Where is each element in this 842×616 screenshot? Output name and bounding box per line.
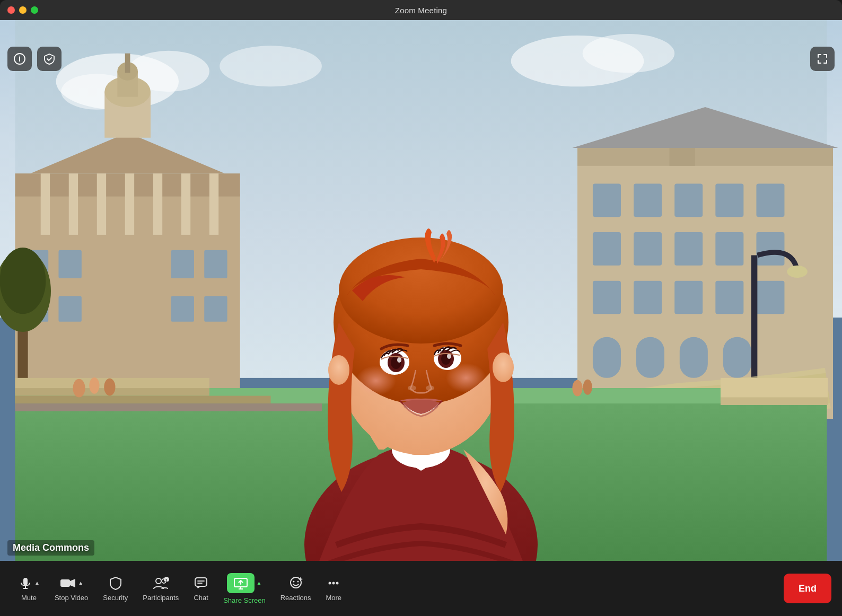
svg-rect-23 [58, 250, 81, 278]
svg-rect-50 [674, 281, 703, 314]
reactions-icon [288, 576, 304, 591]
fullscreen-button[interactable] [810, 47, 835, 71]
svg-rect-42 [756, 184, 784, 217]
mute-label: Mute [21, 594, 37, 602]
svg-rect-45 [674, 232, 703, 266]
toolbar-item-mute[interactable]: ▲ Mute [11, 567, 47, 610]
svg-text:i: i [19, 55, 21, 63]
svg-rect-41 [715, 184, 743, 217]
svg-rect-17 [97, 173, 106, 235]
top-left-controls: i [7, 47, 62, 71]
stop-video-icon [59, 576, 76, 591]
svg-rect-103 [60, 579, 70, 587]
toolbar-item-security[interactable]: Security [95, 567, 135, 610]
svg-point-120 [332, 582, 335, 584]
svg-point-121 [336, 582, 339, 584]
svg-point-93 [426, 385, 434, 391]
toolbar-item-share-screen[interactable]: ▲ Share Screen [216, 567, 273, 610]
svg-rect-27 [58, 296, 81, 322]
share-arrow[interactable]: ▲ [256, 580, 261, 586]
toolbar-item-participants[interactable]: 1 Participants [135, 567, 186, 610]
svg-point-87 [397, 357, 401, 363]
info-button[interactable]: i [7, 47, 32, 71]
video-area: i Media Commons [0, 20, 842, 561]
svg-rect-55 [680, 337, 708, 378]
svg-point-115 [293, 580, 294, 582]
svg-rect-18 [125, 173, 134, 235]
share-screen-icon-bg [227, 573, 255, 593]
svg-rect-19 [153, 173, 162, 235]
svg-rect-52 [756, 281, 784, 314]
toolbar-items: ▲ Mute ▲ Stop Video [11, 567, 784, 610]
svg-rect-39 [634, 184, 662, 217]
svg-rect-108 [195, 578, 207, 586]
svg-point-104 [156, 578, 161, 584]
stop-video-label: Stop Video [55, 594, 88, 602]
svg-point-91 [447, 354, 451, 359]
svg-rect-29 [204, 296, 227, 322]
toolbar-item-more[interactable]: More [318, 567, 349, 610]
svg-rect-51 [715, 281, 743, 314]
svg-rect-20 [181, 173, 190, 235]
traffic-lights [7, 6, 38, 14]
more-label: More [326, 594, 341, 602]
top-right-controls [810, 47, 835, 71]
svg-rect-56 [723, 337, 751, 378]
svg-rect-28 [171, 296, 194, 322]
window-title: Zoom Meeting [395, 6, 447, 15]
svg-point-97 [493, 353, 514, 382]
security-label: Security [103, 594, 128, 602]
share-screen-label: Share Screen [223, 596, 266, 604]
svg-point-94 [356, 366, 396, 395]
svg-point-67 [73, 379, 85, 398]
svg-rect-46 [715, 232, 743, 266]
svg-rect-49 [634, 281, 662, 314]
svg-rect-40 [674, 184, 703, 217]
svg-point-95 [446, 363, 486, 393]
chat-label: Chat [194, 594, 208, 602]
toolbar: ▲ Mute ▲ Stop Video [0, 561, 842, 616]
reactions-label: Reactions [280, 594, 311, 602]
svg-point-6 [220, 46, 322, 86]
shield-button[interactable] [37, 47, 62, 71]
svg-rect-66 [721, 397, 828, 404]
svg-rect-54 [636, 337, 664, 378]
title-bar: Zoom Meeting [0, 0, 842, 20]
svg-point-92 [408, 385, 416, 391]
mute-icon [18, 576, 33, 591]
svg-rect-14 [125, 54, 130, 73]
maximize-button[interactable] [31, 6, 38, 14]
svg-rect-21 [209, 173, 218, 235]
close-button[interactable] [7, 6, 15, 14]
svg-rect-44 [634, 232, 662, 266]
svg-rect-16 [69, 173, 78, 235]
minimize-button[interactable] [19, 6, 27, 14]
mute-arrow[interactable]: ▲ [34, 580, 40, 586]
participants-icon: 1 [152, 576, 169, 591]
avatar-character [241, 110, 601, 561]
svg-point-58 [787, 266, 808, 278]
svg-point-32 [0, 248, 46, 314]
toolbar-item-chat[interactable]: Chat [186, 567, 216, 610]
end-meeting-button[interactable]: End [784, 574, 831, 603]
svg-rect-63 [15, 396, 271, 403]
svg-point-96 [328, 355, 349, 385]
chat-icon [194, 576, 208, 591]
video-arrow[interactable]: ▲ [78, 580, 83, 586]
svg-rect-34 [577, 148, 833, 166]
more-icon [326, 576, 341, 591]
participant-name-label: Media Commons [7, 540, 94, 556]
toolbar-item-reactions[interactable]: Reactions [273, 567, 319, 610]
svg-rect-15 [41, 173, 50, 235]
svg-point-119 [329, 582, 331, 584]
security-icon [108, 576, 123, 591]
toolbar-item-stop-video[interactable]: ▲ Stop Video [47, 567, 95, 610]
svg-text:1: 1 [165, 578, 168, 582]
svg-point-116 [297, 580, 299, 582]
svg-rect-25 [204, 250, 227, 278]
participants-label: Participants [143, 594, 179, 602]
svg-rect-100 [23, 578, 28, 585]
svg-rect-47 [756, 232, 784, 266]
svg-point-69 [104, 379, 115, 396]
svg-point-68 [89, 377, 99, 394]
